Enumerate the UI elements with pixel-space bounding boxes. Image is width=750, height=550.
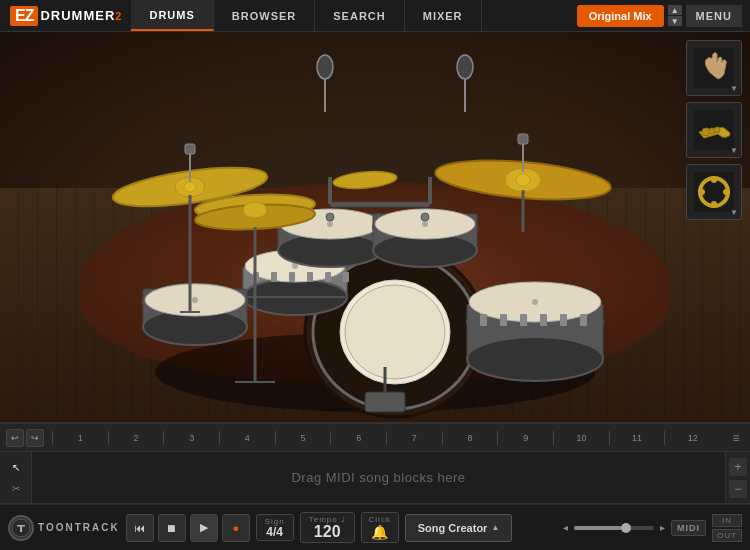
svg-point-72 xyxy=(192,297,198,303)
drag-placeholder: Drag MIDI song blocks here xyxy=(291,470,465,485)
svg-point-83 xyxy=(723,189,729,195)
ruler-mark-4: 4 xyxy=(219,431,275,445)
logo-version: 2 xyxy=(115,10,121,22)
volume-thumb[interactable] xyxy=(621,523,631,533)
preset-arrows: ▲ ▼ xyxy=(668,5,682,26)
svg-rect-13 xyxy=(289,272,295,282)
track-zoom: + − xyxy=(726,452,750,503)
bottom-section: ↩ ↪ 1 2 3 4 5 6 7 8 9 10 11 12 ≡ xyxy=(0,422,750,550)
tempo-value[interactable]: 120 xyxy=(314,524,341,540)
svg-rect-21 xyxy=(480,314,487,326)
preset-up-button[interactable]: ▲ xyxy=(668,5,682,15)
app-logo: EZ DRUMMER 2 xyxy=(0,0,131,31)
ruler-mark-2: 2 xyxy=(108,431,164,445)
track-drop-area: Drag MIDI song blocks here xyxy=(32,452,726,503)
svg-point-73 xyxy=(532,299,538,305)
logo-ez: EZ xyxy=(10,6,38,26)
ruler-mark-6: 6 xyxy=(330,431,386,445)
in-button[interactable]: IN xyxy=(712,514,742,527)
tempo-box: Tempo ♩ 120 xyxy=(300,512,355,543)
preset-area: Original Mix ▲ ▼ MENU xyxy=(569,5,750,27)
svg-point-70 xyxy=(422,221,428,227)
ruler-mark-12: 12 xyxy=(664,431,720,445)
preset-down-button[interactable]: ▼ xyxy=(668,16,682,26)
redo-button[interactable]: ↪ xyxy=(26,429,44,447)
svg-rect-54 xyxy=(365,392,405,412)
ruler-mark-8: 8 xyxy=(442,431,498,445)
tab-drums[interactable]: DRUMS xyxy=(131,0,213,31)
scissors-tool[interactable]: ✂ xyxy=(7,479,25,497)
svg-rect-14 xyxy=(307,272,313,282)
zoom-in-button[interactable]: + xyxy=(729,458,747,476)
vol-right-icon: ▸ xyxy=(660,522,665,533)
ruler-mark-3: 3 xyxy=(163,431,219,445)
time-signature-box: Sign 4/4 xyxy=(256,514,294,541)
timeline-right: ≡ xyxy=(724,431,748,445)
svg-rect-23 xyxy=(520,314,527,326)
toontrack-icon xyxy=(8,515,34,541)
click-icon[interactable]: 🔔 xyxy=(371,524,388,540)
svg-rect-24 xyxy=(540,314,547,326)
svg-rect-15 xyxy=(325,272,331,282)
svg-point-65 xyxy=(421,213,429,221)
rewind-button[interactable]: ⏮ xyxy=(126,514,154,542)
svg-rect-57 xyxy=(185,144,195,154)
ruler-mark-1: 1 xyxy=(52,431,108,445)
tab-mixer[interactable]: MIXER xyxy=(405,0,482,31)
svg-rect-22 xyxy=(500,314,507,326)
svg-point-46 xyxy=(516,174,530,186)
instrument-thumb-3[interactable] xyxy=(686,164,742,220)
controls-bar: TOONTRACK ⏮ ⏹ ▶ ● Sign 4/4 Tempo ♩ 120 C… xyxy=(0,504,750,550)
ruler-mark-11: 11 xyxy=(609,431,665,445)
svg-point-64 xyxy=(326,213,334,221)
stop-button[interactable]: ⏹ xyxy=(158,514,186,542)
tab-search[interactable]: SEARCH xyxy=(315,0,404,31)
ruler-mark-9: 9 xyxy=(497,431,553,445)
transport-buttons: ⏮ ⏹ ▶ ● xyxy=(126,514,250,542)
volume-slider: ◂ ▸ xyxy=(563,522,665,533)
volume-track[interactable] xyxy=(574,526,654,530)
svg-rect-59 xyxy=(518,134,528,144)
out-button[interactable]: OUT xyxy=(712,529,742,542)
in-out-buttons: IN OUT xyxy=(712,514,742,542)
ruler-mark-5: 5 xyxy=(275,431,331,445)
svg-rect-12 xyxy=(271,272,277,282)
svg-point-50 xyxy=(243,202,267,218)
toontrack-logo: TOONTRACK xyxy=(8,515,120,541)
logo-drummer: DRUMMER xyxy=(40,8,115,23)
drumkit-svg xyxy=(0,32,750,422)
click-box: Click 🔔 xyxy=(361,512,399,543)
song-creator-button[interactable]: Song Creator xyxy=(405,514,513,542)
preset-button[interactable]: Original Mix xyxy=(577,5,664,27)
svg-point-63 xyxy=(457,55,473,79)
drum-kit-area xyxy=(0,32,750,422)
svg-point-41 xyxy=(184,182,196,192)
instrument-thumb-2[interactable] xyxy=(686,102,742,158)
play-button[interactable]: ▶ xyxy=(190,514,218,542)
ruler-mark-7: 7 xyxy=(386,431,442,445)
svg-rect-25 xyxy=(560,314,567,326)
volume-fill xyxy=(574,526,622,530)
ruler-mark-10: 10 xyxy=(553,431,609,445)
timeline: ↩ ↪ 1 2 3 4 5 6 7 8 9 10 11 12 ≡ xyxy=(0,424,750,452)
track-tools: ↖ ✂ xyxy=(0,452,32,503)
vol-left-icon: ◂ xyxy=(563,522,568,533)
svg-point-61 xyxy=(317,55,333,79)
toontrack-label: TOONTRACK xyxy=(38,522,120,533)
record-button[interactable]: ● xyxy=(222,514,250,542)
tab-browser[interactable]: BROWSER xyxy=(214,0,315,31)
undo-button[interactable]: ↩ xyxy=(6,429,24,447)
midi-button[interactable]: MIDI xyxy=(671,520,706,536)
zoom-out-button[interactable]: − xyxy=(729,480,747,498)
svg-point-81 xyxy=(711,177,717,183)
timeline-ruler: 1 2 3 4 5 6 7 8 9 10 11 12 xyxy=(48,424,724,451)
timeline-undo-redo: ↩ ↪ xyxy=(2,429,48,447)
instrument-thumb-1[interactable] xyxy=(686,40,742,96)
cursor-tool[interactable]: ↖ xyxy=(7,458,25,476)
menu-button[interactable]: MENU xyxy=(686,5,742,27)
ruler-marks: 1 2 3 4 5 6 7 8 9 10 11 12 xyxy=(48,431,724,445)
side-instruments xyxy=(686,40,742,220)
svg-point-69 xyxy=(327,221,333,227)
svg-point-53 xyxy=(332,169,397,191)
options-icon[interactable]: ≡ xyxy=(732,431,739,445)
